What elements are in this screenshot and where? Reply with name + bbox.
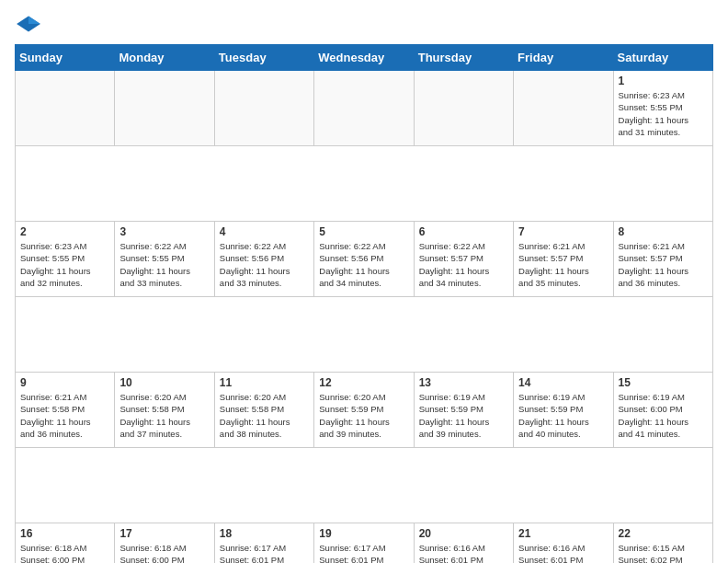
week-spacer [16,146,713,222]
weekday-header: Tuesday [214,45,313,71]
weekday-header: Saturday [613,45,712,71]
week-spacer-row [16,448,713,523]
day-number: 14 [518,376,608,389]
day-info: Sunrise: 6:20 AM Sunset: 5:58 PM Dayligh… [220,391,309,440]
calendar-cell [514,71,613,146]
calendar-cell: 11Sunrise: 6:20 AM Sunset: 5:58 PM Dayli… [214,373,313,448]
week-spacer-row [16,297,713,373]
day-info: Sunrise: 6:17 AM Sunset: 6:01 PM Dayligh… [319,542,408,563]
day-info: Sunrise: 6:22 AM Sunset: 5:57 PM Dayligh… [419,240,508,289]
day-info: Sunrise: 6:18 AM Sunset: 6:00 PM Dayligh… [119,542,209,563]
day-info: Sunrise: 6:16 AM Sunset: 6:01 PM Dayligh… [419,542,508,563]
day-info: Sunrise: 6:16 AM Sunset: 6:01 PM Dayligh… [518,542,608,563]
calendar-cell [115,71,214,146]
day-info: Sunrise: 6:21 AM Sunset: 5:57 PM Dayligh… [619,240,708,289]
calendar-cell [214,71,313,146]
calendar-cell: 6Sunrise: 6:22 AM Sunset: 5:57 PM Daylig… [414,222,513,297]
weekday-header: Thursday [414,45,513,71]
calendar-cell: 14Sunrise: 6:19 AM Sunset: 5:59 PM Dayli… [514,373,613,448]
calendar-cell: 15Sunrise: 6:19 AM Sunset: 6:00 PM Dayli… [613,373,712,448]
day-number: 2 [20,225,109,238]
day-info: Sunrise: 6:21 AM Sunset: 5:58 PM Dayligh… [20,391,109,440]
week-spacer-row [16,146,713,222]
week-spacer [16,297,713,373]
day-info: Sunrise: 6:18 AM Sunset: 6:00 PM Dayligh… [20,542,109,563]
calendar-week-row: 2Sunrise: 6:23 AM Sunset: 5:55 PM Daylig… [16,222,713,297]
day-number: 21 [518,527,608,540]
logo-icon [15,15,42,33]
day-info: Sunrise: 6:22 AM Sunset: 5:56 PM Dayligh… [319,240,408,289]
calendar-cell: 3Sunrise: 6:22 AM Sunset: 5:55 PM Daylig… [115,222,214,297]
calendar-cell [16,71,115,146]
day-info: Sunrise: 6:22 AM Sunset: 5:55 PM Dayligh… [119,240,209,289]
day-info: Sunrise: 6:23 AM Sunset: 5:55 PM Dayligh… [619,89,708,138]
calendar-cell: 12Sunrise: 6:20 AM Sunset: 5:59 PM Dayli… [314,373,414,448]
day-number: 5 [319,225,408,238]
weekday-header: Friday [514,45,613,71]
day-info: Sunrise: 6:17 AM Sunset: 6:01 PM Dayligh… [220,542,309,563]
day-number: 12 [319,376,408,389]
day-number: 19 [319,527,408,540]
day-number: 18 [220,527,309,540]
calendar-cell: 7Sunrise: 6:21 AM Sunset: 5:57 PM Daylig… [514,222,613,297]
page-header [15,15,713,33]
logo [15,15,46,33]
day-number: 13 [419,376,508,389]
day-number: 22 [619,527,708,540]
day-number: 10 [119,376,209,389]
day-info: Sunrise: 6:20 AM Sunset: 5:58 PM Dayligh… [119,391,209,440]
day-number: 9 [20,376,109,389]
calendar-week-row: 16Sunrise: 6:18 AM Sunset: 6:00 PM Dayli… [16,523,713,564]
day-info: Sunrise: 6:20 AM Sunset: 5:59 PM Dayligh… [319,391,408,440]
calendar-cell: 22Sunrise: 6:15 AM Sunset: 6:02 PM Dayli… [613,523,712,564]
week-spacer [16,448,713,523]
day-info: Sunrise: 6:21 AM Sunset: 5:57 PM Dayligh… [518,240,608,289]
calendar-cell: 16Sunrise: 6:18 AM Sunset: 6:00 PM Dayli… [16,523,115,564]
calendar-cell: 20Sunrise: 6:16 AM Sunset: 6:01 PM Dayli… [414,523,513,564]
calendar-cell [414,71,513,146]
calendar-cell: 21Sunrise: 6:16 AM Sunset: 6:01 PM Dayli… [514,523,613,564]
day-info: Sunrise: 6:23 AM Sunset: 5:55 PM Dayligh… [20,240,109,289]
calendar-table: SundayMondayTuesdayWednesdayThursdayFrid… [15,44,713,563]
day-info: Sunrise: 6:19 AM Sunset: 5:59 PM Dayligh… [419,391,508,440]
day-number: 3 [119,225,209,238]
calendar-cell [314,71,414,146]
day-info: Sunrise: 6:15 AM Sunset: 6:02 PM Dayligh… [619,542,708,563]
weekday-header: Sunday [16,45,115,71]
calendar-cell: 5Sunrise: 6:22 AM Sunset: 5:56 PM Daylig… [314,222,414,297]
day-number: 11 [220,376,309,389]
day-number: 7 [518,225,608,238]
calendar-cell: 19Sunrise: 6:17 AM Sunset: 6:01 PM Dayli… [314,523,414,564]
calendar-cell: 18Sunrise: 6:17 AM Sunset: 6:01 PM Dayli… [214,523,313,564]
day-info: Sunrise: 6:19 AM Sunset: 6:00 PM Dayligh… [619,391,708,440]
day-number: 20 [419,527,508,540]
calendar-week-row: 1Sunrise: 6:23 AM Sunset: 5:55 PM Daylig… [16,71,713,146]
day-number: 1 [619,75,708,87]
weekday-header: Wednesday [314,45,414,71]
weekday-header-row: SundayMondayTuesdayWednesdayThursdayFrid… [16,45,713,71]
day-number: 17 [119,527,209,540]
calendar-cell: 2Sunrise: 6:23 AM Sunset: 5:55 PM Daylig… [16,222,115,297]
calendar-cell: 9Sunrise: 6:21 AM Sunset: 5:58 PM Daylig… [16,373,115,448]
calendar-week-row: 9Sunrise: 6:21 AM Sunset: 5:58 PM Daylig… [16,373,713,448]
day-number: 15 [619,376,708,389]
day-info: Sunrise: 6:22 AM Sunset: 5:56 PM Dayligh… [220,240,309,289]
day-number: 16 [20,527,109,540]
calendar-cell: 4Sunrise: 6:22 AM Sunset: 5:56 PM Daylig… [214,222,313,297]
weekday-header: Monday [115,45,214,71]
calendar-cell: 17Sunrise: 6:18 AM Sunset: 6:00 PM Dayli… [115,523,214,564]
calendar-cell: 13Sunrise: 6:19 AM Sunset: 5:59 PM Dayli… [414,373,513,448]
calendar-cell: 10Sunrise: 6:20 AM Sunset: 5:58 PM Dayli… [115,373,214,448]
day-number: 6 [419,225,508,238]
day-info: Sunrise: 6:19 AM Sunset: 5:59 PM Dayligh… [518,391,608,440]
calendar-cell: 8Sunrise: 6:21 AM Sunset: 5:57 PM Daylig… [613,222,712,297]
day-number: 4 [220,225,309,238]
svg-marker-1 [28,16,40,24]
calendar-cell: 1Sunrise: 6:23 AM Sunset: 5:55 PM Daylig… [613,71,712,146]
day-number: 8 [619,225,708,238]
